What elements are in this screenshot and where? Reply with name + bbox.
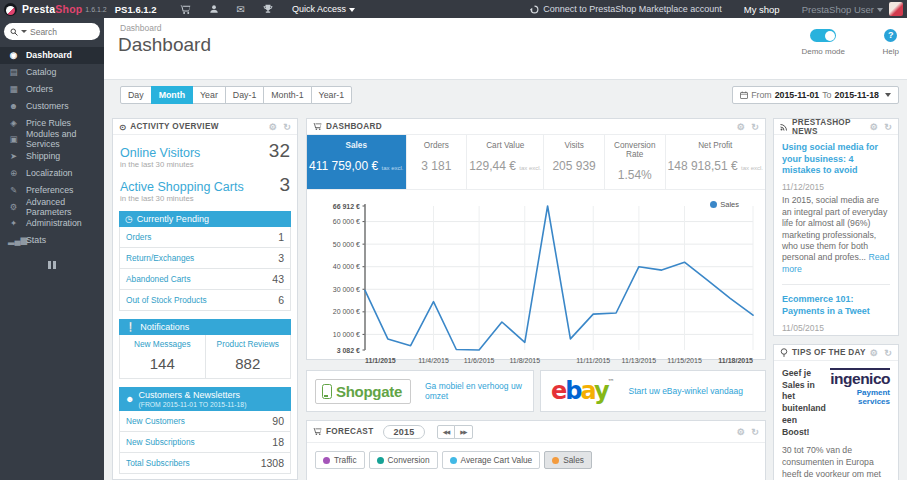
average-cart-value-dot-icon (450, 457, 457, 464)
panel-refresh-icon[interactable]: ↻ (283, 122, 291, 132)
sidebar-item-shipping[interactable]: ➤Shipping (0, 148, 104, 165)
marketplace-connect-link[interactable]: Connect to PrestaShop Marketplace accoun… (530, 4, 722, 14)
ingenico-logo: ingenico Payment services (830, 368, 890, 438)
panel-settings-gear-icon[interactable]: ⚙ (737, 427, 745, 437)
price-rules-icon: ◈ (8, 118, 19, 128)
date-range-tabs: Day Month Year Day-1 Month-1 Year-1 (120, 86, 351, 104)
chart-legend[interactable]: Sales (710, 200, 739, 209)
abandoned-carts-link[interactable]: Abandoned Carts (126, 274, 191, 284)
shopgate-ad-link[interactable]: Ga mobiel en verhoog uw omzet (425, 381, 533, 401)
panel-refresh-icon[interactable]: ↻ (884, 122, 892, 132)
currently-pending-table: Orders1 Return/Exchanges3 Abandoned Cart… (119, 227, 291, 311)
panel-title: TIPS OF THE DAY (792, 348, 866, 357)
avatar[interactable] (889, 2, 903, 16)
sidebar-search (4, 23, 100, 40)
sidebar-collapse-button[interactable] (46, 261, 58, 269)
prestashop-logo-icon[interactable] (4, 3, 17, 16)
forecast-next-button[interactable]: ▶▶ (454, 425, 472, 439)
content-header: Dashboard Dashboard Demo mode ? Help (104, 18, 907, 80)
tab-day[interactable]: Day (120, 86, 152, 104)
kpi-conversion-rate[interactable]: Conversion Rate1.54% (605, 135, 666, 189)
new-messages-link[interactable]: New Messages (122, 339, 203, 349)
kpi-sales[interactable]: Sales411 759,00 € tax excl. (307, 135, 407, 189)
forecast-legend-conversion[interactable]: Conversion (369, 451, 438, 469)
panel-refresh-icon[interactable]: ↻ (751, 427, 759, 437)
news-article-title[interactable]: Ecommerce 101: Payments in a Tweet (782, 294, 890, 317)
sidebar-item-stats[interactable]: ▂▄▆Stats (0, 232, 104, 249)
forecast-year-pill[interactable]: 2015 (383, 425, 424, 439)
sidebar: ◉Dashboard ▤Catalog ▦Orders ☻Customers ◈… (0, 18, 104, 480)
tab-month[interactable]: Month (151, 86, 193, 104)
kpi-visits[interactable]: Visits205 939 (544, 135, 605, 189)
customers-icon: ☻ (8, 101, 19, 111)
my-shop-link[interactable]: My shop (744, 4, 780, 15)
user-icon[interactable] (209, 4, 219, 14)
divider (782, 284, 890, 285)
cart-icon[interactable] (180, 4, 191, 15)
panel-refresh-icon[interactable]: ↻ (751, 122, 759, 132)
search-input[interactable] (30, 27, 88, 37)
help-icon[interactable]: ? (884, 29, 897, 42)
kpi-net-profit[interactable]: Net Profit148 918,51 € tax excl. (666, 135, 765, 189)
pending-returns-link[interactable]: Return/Exchanges (126, 253, 194, 263)
new-subscriptions-link[interactable]: New Subscriptions (126, 437, 195, 447)
dashboard-panel: DASHBOARD ⚙↻ Sales411 759,00 € tax excl.… (306, 118, 766, 360)
sidebar-item-orders[interactable]: ▦Orders (0, 81, 104, 98)
sidebar-item-administration[interactable]: ✦Administration (0, 215, 104, 232)
tab-year-1[interactable]: Year-1 (311, 86, 353, 104)
stats-icon: ▂▄▆ (8, 235, 19, 245)
tab-day-1[interactable]: Day-1 (225, 86, 264, 104)
kpi-cart-value[interactable]: Cart Value129,44 € tax excl. (467, 135, 544, 189)
sales-chart: 66 912 €60 000 €50 000 €40 000 €30 000 €… (307, 190, 765, 374)
new-customers-link[interactable]: New Customers (126, 416, 185, 426)
news-article-date: 11/12/2015 (782, 182, 890, 192)
sidebar-item-customers[interactable]: ☻Customers (0, 97, 104, 114)
online-visitors-label[interactable]: Online Visitors (120, 146, 200, 160)
kpi-row: Sales411 759,00 € tax excl. Orders3 181 … (307, 135, 765, 190)
sidebar-item-localization[interactable]: ⊕Localization (0, 165, 104, 182)
mail-icon[interactable]: ✉ (237, 4, 245, 15)
conversion-dot-icon (377, 457, 384, 464)
search-icon (10, 28, 18, 36)
kpi-orders[interactable]: Orders3 181 (407, 135, 468, 189)
table-row: Orders1 (120, 227, 290, 248)
svg-text:11/11/2015: 11/11/2015 (576, 357, 610, 364)
product-reviews-link[interactable]: Product Reviews (208, 339, 289, 349)
news-article: Ecommerce 101: Payments in a Tweet 11/05… (782, 294, 890, 336)
tab-year[interactable]: Year (192, 86, 226, 104)
table-row: Abandoned Carts43 (120, 269, 290, 290)
panel-settings-gear-icon[interactable]: ⚙ (870, 348, 878, 358)
sidebar-item-modules[interactable]: ▣Modules and Services (0, 131, 104, 148)
trophy-icon[interactable] (263, 4, 273, 14)
news-article-title[interactable]: Using social media for your business: 4 … (782, 142, 890, 177)
sidebar-item-dashboard[interactable]: ◉Dashboard (0, 47, 104, 64)
panel-settings-gear-icon[interactable]: ⚙ (870, 122, 878, 132)
panel-refresh-icon[interactable]: ↻ (884, 348, 892, 358)
forecast-legend-sales[interactable]: Sales (544, 451, 592, 469)
user-menu[interactable]: PrestaShop User (802, 4, 883, 15)
breadcrumb[interactable]: Dashboard (120, 23, 162, 33)
demo-mode-toggle[interactable] (810, 29, 836, 42)
forecast-legend-traffic[interactable]: Traffic (315, 451, 365, 469)
search-scope-caret-icon[interactable] (21, 30, 27, 33)
tab-month-1[interactable]: Month-1 (263, 86, 311, 104)
preferences-icon: ✎ (8, 185, 19, 195)
panel-settings-gear-icon[interactable]: ⚙ (737, 122, 745, 132)
date-range-picker[interactable]: From2015-11-01 To2015-11-18 (732, 86, 899, 104)
panel-title: PRESTASHOP NEWS (792, 118, 866, 136)
catalog-icon: ▤ (8, 67, 19, 77)
out-of-stock-link[interactable]: Out of Stock Products (126, 295, 207, 305)
svg-text:30 000 €: 30 000 € (333, 286, 360, 293)
rss-icon (780, 123, 788, 131)
forecast-legend-average-cart-value[interactable]: Average Cart Value (442, 451, 541, 469)
quick-access-menu[interactable]: Quick Access (292, 4, 355, 14)
forecast-prev-button[interactable]: ◀◀ (437, 425, 455, 439)
sidebar-item-catalog[interactable]: ▤Catalog (0, 64, 104, 81)
panel-settings-gear-icon[interactable]: ⚙ (269, 122, 277, 132)
active-carts-label[interactable]: Active Shopping Carts (120, 180, 244, 194)
total-subscribers-link[interactable]: Total Subscribers (126, 458, 190, 468)
ebay-ad-link[interactable]: Start uw eBay-winkel vandaag (629, 386, 743, 396)
sidebar-item-advanced-parameters[interactable]: ⚙Advanced Parameters (0, 198, 104, 215)
pending-orders-link[interactable]: Orders (126, 232, 151, 242)
topbar: PrestaShop 1.6.1.2 PS1.6.1.2 ✉ Quick Acc… (0, 0, 907, 18)
